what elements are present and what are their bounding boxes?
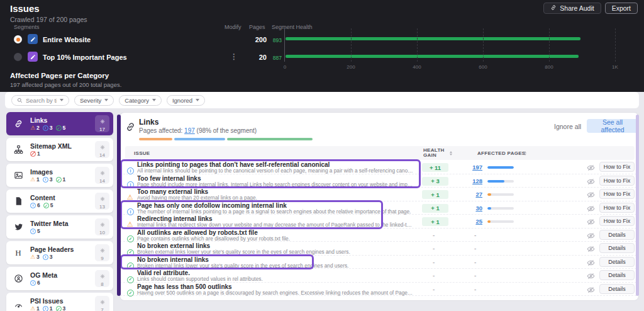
info-badge: i3 — [43, 254, 53, 260]
axis-tick-label: 200 — [347, 64, 355, 70]
sort-health-gain-icon[interactable] — [450, 151, 452, 156]
affected-pages-link[interactable]: 27 — [462, 191, 482, 198]
ignore-eye-slash-icon[interactable] — [587, 163, 595, 171]
category-checks-button[interactable]: 10 — [95, 218, 109, 235]
category-checks-count: 13 — [99, 205, 105, 210]
issue-description: The number of internal links pointing to… — [137, 209, 414, 215]
filter-dropdown-category[interactable]: Category — [119, 95, 162, 106]
info-icon: i — [43, 177, 48, 183]
category-checks-button[interactable]: 8 — [95, 270, 109, 287]
chevron-down-icon — [152, 99, 156, 101]
ignore-eye-slash-icon[interactable] — [587, 258, 595, 266]
sort-affected-pages-icon[interactable] — [524, 151, 526, 156]
category-badges: 1 — [30, 150, 95, 157]
affected-pages-bar — [487, 220, 514, 223]
category-badges: ⚠1i3✓1 — [30, 176, 95, 183]
ignore-eye-slash-icon[interactable] — [587, 231, 595, 239]
affected-pages-link[interactable]: 25 — [462, 218, 482, 225]
category-checks-button[interactable]: 13 — [95, 193, 109, 210]
category-badges: ⚠2i3✓5 — [30, 125, 95, 131]
sidebar-item-og-meta[interactable]: OG Meta i6 8 — [6, 267, 113, 290]
sidebar-item-twitter-meta[interactable]: Twitter Meta i5 10 — [6, 215, 113, 239]
segment-pencil-icon[interactable] — [28, 52, 38, 62]
category-checks-count: 14 — [99, 153, 105, 158]
sidebar-item-psi-issues[interactable]: PSI Issues ⚠1i1✓3 7 — [6, 293, 113, 311]
search-input[interactable]: Search by title... — [11, 95, 69, 106]
filter-dropdown-ignored[interactable]: Ignored — [167, 95, 205, 106]
segment-radio[interactable] — [14, 53, 22, 61]
details-button[interactable]: Details — [599, 270, 635, 280]
affected-pages-link[interactable]: 197 — [462, 164, 482, 171]
distribution-segment — [227, 138, 313, 140]
affected-pages-empty: - — [474, 232, 476, 239]
modify-menu-icon[interactable]: ⋮ — [230, 52, 238, 61]
category-checks-count: 7 — [101, 308, 103, 311]
export-button[interactable]: Export — [605, 3, 638, 14]
details-button[interactable]: Details — [599, 243, 635, 253]
how-to-fix-button[interactable]: How to Fix — [599, 176, 635, 186]
ignore-eye-slash-icon[interactable] — [587, 217, 595, 225]
segment-pages-count: 200 — [244, 36, 267, 43]
info-badge: i5 — [30, 228, 40, 234]
see-all-affected-button[interactable]: See all affected — [587, 119, 638, 133]
ignore-eye-slash-icon[interactable] — [587, 285, 595, 293]
category-summary-title: Affected Pages per Category — [10, 72, 109, 79]
issue-title: No broken internal links — [137, 256, 414, 263]
health-gain-empty: - — [433, 259, 435, 266]
affected-pages-link[interactable]: 30 — [462, 205, 482, 212]
pages-affected-line: Pages affected: 197 (98% of the segment) — [139, 127, 257, 134]
category-checks-button[interactable]: 7 — [95, 296, 109, 311]
sidebar-item-page-headers[interactable]: H Page Headers ⚠3i3 9 — [6, 241, 113, 264]
gauge-icon — [6, 300, 30, 309]
issue-description: All internal links should be pointing to… — [137, 168, 414, 174]
distribution-segment — [174, 138, 225, 140]
details-button[interactable]: Details — [599, 230, 635, 240]
warning-badge: ⚠1 — [30, 305, 40, 311]
issue-row: i Page has only one dofollow incoming in… — [120, 201, 640, 215]
issue-row: ✓ All outlinks are allowed by robots.txt… — [120, 229, 640, 242]
badge-count: 6 — [37, 280, 40, 286]
segment-pencil-icon[interactable] — [28, 34, 38, 44]
ignore-eye-slash-icon[interactable] — [587, 244, 595, 252]
how-to-fix-button[interactable]: How to Fix — [599, 162, 635, 172]
details-button[interactable]: Details — [599, 257, 635, 267]
sidebar-item-links[interactable]: Links ⚠2i3✓5 17 — [6, 112, 113, 135]
how-to-fix-button[interactable]: How to Fix — [599, 189, 635, 199]
pages-affected-link[interactable]: 197 — [184, 127, 195, 134]
how-to-fix-button[interactable]: How to Fix — [599, 216, 635, 226]
issue-title: Links pointing to pages that don't have … — [137, 161, 414, 168]
ignore-all-button[interactable]: Ignore all — [554, 123, 581, 130]
badge-count: 1 — [36, 176, 40, 183]
ignore-eye-slash-icon[interactable] — [587, 177, 595, 185]
affected-pages-bar — [487, 166, 514, 169]
filter-dropdowns: SeverityCategoryIgnored — [74, 95, 205, 106]
affected-pages-link[interactable]: 128 — [462, 178, 482, 184]
sidebar-item-sitemap-xml[interactable]: Sitemap XML 1 14 — [6, 138, 113, 161]
ignore-eye-slash-icon[interactable] — [587, 190, 595, 198]
info-badge: i1 — [43, 305, 53, 311]
gear-icon — [100, 115, 105, 127]
category-checks-button[interactable]: 14 — [95, 167, 109, 184]
severity-icon: ⚠ — [127, 191, 133, 202]
share-audit-button[interactable]: Share Audit — [543, 3, 601, 14]
ignore-eye-slash-icon[interactable] — [587, 204, 595, 212]
category-checks-count: 10 — [99, 230, 105, 235]
col-header-pages: Pages — [249, 24, 265, 30]
category-checks-button[interactable]: 9 — [95, 244, 109, 261]
category-checks-count: 8 — [101, 282, 103, 287]
filter-dropdown-severity[interactable]: Severity — [74, 95, 114, 106]
badge-count: 3 — [50, 176, 53, 183]
ignore-eye-slash-icon[interactable] — [587, 271, 595, 280]
chevron-down-icon — [60, 99, 64, 101]
health-gain-empty: - — [433, 286, 435, 293]
how-to-fix-button[interactable]: How to Fix — [599, 203, 635, 213]
segment-radio[interactable] — [14, 35, 22, 43]
category-checks-button[interactable]: 14 — [95, 141, 109, 158]
issue-row: ✓ No broken internal links Broken intern… — [120, 256, 640, 269]
category-checks-button[interactable]: 17 — [95, 115, 109, 132]
sidebar-item-content[interactable]: Content i6✓5 13 — [6, 189, 113, 213]
details-button[interactable]: Details — [599, 284, 635, 294]
info-badge: i3 — [43, 176, 53, 183]
badge-count: 1 — [63, 176, 66, 183]
sidebar-item-images[interactable]: Images ⚠1i3✓1 14 — [6, 164, 113, 187]
